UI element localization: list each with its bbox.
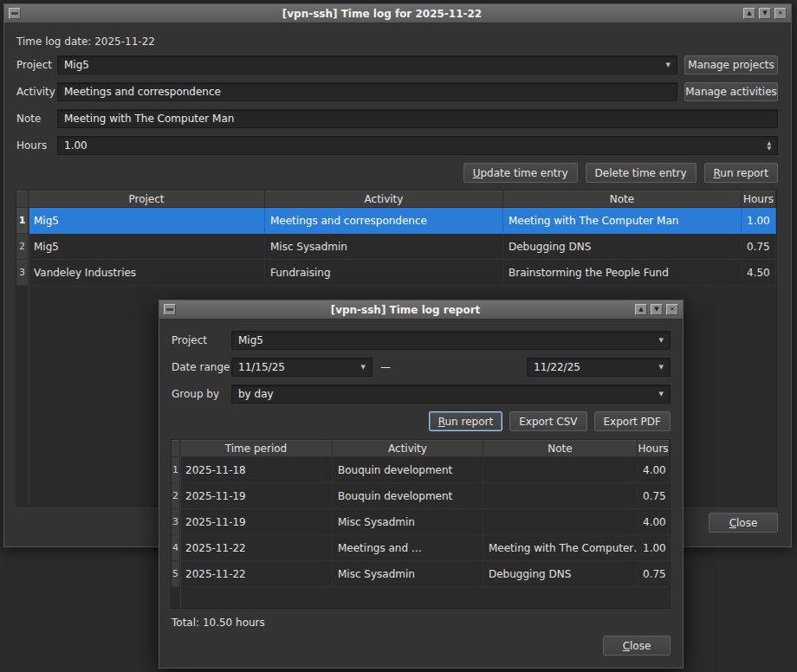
column-header-activity[interactable]: Activity <box>265 191 503 208</box>
cell-time-period[interactable]: 2025-11-18 <box>180 457 333 483</box>
group-by-combobox[interactable]: by day ▼ <box>231 384 671 404</box>
manage-activities-label: Manage activities <box>685 86 777 98</box>
row-number[interactable]: 2 <box>172 483 180 509</box>
close-button[interactable]: Close <box>709 513 778 533</box>
report-window: [vpn-ssh] Time log report ▲ ▼ ✕ Project … <box>159 300 684 669</box>
cell-activity[interactable]: Fundraising <box>265 260 503 286</box>
column-header-time-period[interactable]: Time period <box>180 440 333 457</box>
cell-project[interactable]: Vandeley Industries <box>29 260 265 286</box>
date-range-label: Date range <box>172 361 231 373</box>
cell-time-period[interactable]: 2025-11-22 <box>180 535 333 561</box>
export-pdf-button[interactable]: Export PDF <box>594 411 671 431</box>
note-label: Note <box>16 113 57 125</box>
chevron-down-icon: ▼ <box>654 365 664 371</box>
manage-projects-button[interactable]: Manage projects <box>684 55 778 74</box>
column-header-note[interactable]: Note <box>483 440 638 457</box>
minimize-button[interactable]: ▼ <box>759 8 771 19</box>
manage-activities-button[interactable]: Manage activities <box>684 82 778 101</box>
spinner-controls: ▲ ▼ <box>767 140 771 151</box>
activity-field-row: Activity Meetings and correspondence Man… <box>16 82 778 101</box>
report-window-titlebar[interactable]: [vpn-ssh] Time log report ▲ ▼ ✕ <box>159 300 683 320</box>
row-number[interactable]: 2 <box>16 234 29 260</box>
note-input[interactable]: Meeting with The Computer Man <box>57 109 778 128</box>
cell-hours[interactable]: 4.50 <box>742 260 776 286</box>
delete-time-entry-button[interactable]: Delete time entry <box>586 163 697 183</box>
window-menu-icon[interactable] <box>164 304 176 315</box>
column-header-project[interactable]: Project <box>29 191 265 208</box>
cell-activity[interactable]: Bouquin development <box>333 483 483 509</box>
cell-hours[interactable]: 4.00 <box>638 509 670 535</box>
report-project-combobox[interactable]: Mig5 ▼ <box>231 331 671 350</box>
export-csv-button[interactable]: Export CSV <box>509 411 586 431</box>
main-window-title: [vpn-ssh] Time log for 2025-11-22 <box>24 8 740 20</box>
cell-time-period[interactable]: 2025-11-22 <box>180 561 333 587</box>
window-menu-icon[interactable] <box>9 8 21 19</box>
row-number[interactable]: 3 <box>172 509 180 535</box>
run-report-button[interactable]: Run report <box>704 163 779 183</box>
report-close-button[interactable]: Close <box>603 636 671 656</box>
date-to-combobox[interactable]: 11/22/25 ▼ <box>527 358 671 377</box>
cell-hours[interactable]: 0.75 <box>638 483 670 509</box>
report-window-title: [vpn-ssh] Time log report <box>179 304 632 316</box>
column-header-hours[interactable]: Hours <box>742 191 776 208</box>
hours-spinbox-value: 1.00 <box>64 139 87 152</box>
table-corner <box>172 440 180 457</box>
cell-activity[interactable]: Meetings and … <box>333 535 483 561</box>
cell-hours[interactable]: 1.00 <box>742 208 776 234</box>
group-by-label: Group by <box>172 388 231 400</box>
cell-activity[interactable]: Meetings and correspondence <box>265 208 503 234</box>
manage-projects-label: Manage projects <box>688 59 774 71</box>
chevron-down-icon: ▼ <box>661 62 671 68</box>
report-run-report-button[interactable]: Run report <box>429 411 503 431</box>
cell-note[interactable] <box>483 509 638 535</box>
cell-time-period[interactable]: 2025-11-19 <box>180 509 333 535</box>
window-close-button[interactable]: ✕ <box>774 8 787 19</box>
maximize-button[interactable]: ▲ <box>743 8 755 19</box>
cell-note[interactable] <box>483 457 638 483</box>
window-close-button[interactable]: ✕ <box>666 304 678 315</box>
row-number[interactable]: 4 <box>172 535 180 561</box>
cell-note[interactable]: Debugging DNS <box>503 234 742 260</box>
activity-input[interactable]: Meetings and correspondence <box>57 82 677 101</box>
cell-activity[interactable]: Misc Sysadmin <box>333 509 483 535</box>
date-range-row: Date range 11/15/25 ▼ — 11/22/25 ▼ <box>172 358 671 377</box>
cell-note[interactable]: Debugging DNS <box>483 561 638 587</box>
row-number[interactable]: 3 <box>16 260 29 286</box>
minimize-button[interactable]: ▼ <box>651 304 663 315</box>
cell-hours[interactable]: 4.00 <box>638 457 670 483</box>
cell-note[interactable]: Meeting with The Computer… <box>483 535 638 561</box>
report-results-table: Time period Activity Note Hours 1 2025-1… <box>171 439 671 609</box>
update-time-entry-button[interactable]: Update time entry <box>463 163 578 183</box>
cell-hours[interactable]: 0.75 <box>742 234 776 260</box>
column-header-activity[interactable]: Activity <box>333 440 483 457</box>
cell-activity[interactable]: Misc Sysadmin <box>265 234 503 260</box>
export-pdf-label: Export PDF <box>604 416 661 428</box>
row-number[interactable]: 1 <box>172 457 180 483</box>
spin-down-icon[interactable]: ▼ <box>767 145 771 151</box>
project-combobox[interactable]: Mig5 ▼ <box>57 55 677 74</box>
date-from-value: 11/15/25 <box>238 361 285 373</box>
cell-note[interactable]: Meeting with The Computer Man <box>503 208 742 234</box>
date-from-combobox[interactable]: 11/15/25 ▼ <box>231 358 373 377</box>
column-header-hours[interactable]: Hours <box>638 440 670 457</box>
cell-time-period[interactable]: 2025-11-19 <box>180 483 333 509</box>
report-results-grid: Time period Activity Note Hours 1 2025-1… <box>172 440 670 587</box>
cell-note[interactable]: Brainstorming the People Fund <box>503 260 742 286</box>
row-number[interactable]: 1 <box>16 208 29 234</box>
cell-activity[interactable]: Bouquin development <box>333 457 483 483</box>
maximize-button[interactable]: ▲ <box>635 304 647 315</box>
cell-project[interactable]: Mig5 <box>29 208 265 234</box>
time-entries-grid: Project Activity Note Hours 1 Mig5 Meeti… <box>16 191 776 286</box>
main-window-titlebar[interactable]: [vpn-ssh] Time log for 2025-11-22 ▲ ▼ ✕ <box>4 4 791 23</box>
cell-hours[interactable]: 1.00 <box>638 535 670 561</box>
update-time-entry-label: Update time entry <box>473 167 568 179</box>
cell-hours[interactable]: 0.75 <box>638 561 670 587</box>
cell-activity[interactable]: Misc Sysadmin <box>333 561 483 587</box>
hours-spinbox[interactable]: 1.00 ▲ ▼ <box>57 136 778 155</box>
row-number[interactable]: 5 <box>172 561 180 587</box>
activity-label: Activity <box>16 86 57 98</box>
column-header-note[interactable]: Note <box>503 191 742 208</box>
group-by-value: by day <box>238 388 274 400</box>
cell-project[interactable]: Mig5 <box>29 234 265 260</box>
cell-note[interactable] <box>483 483 638 509</box>
